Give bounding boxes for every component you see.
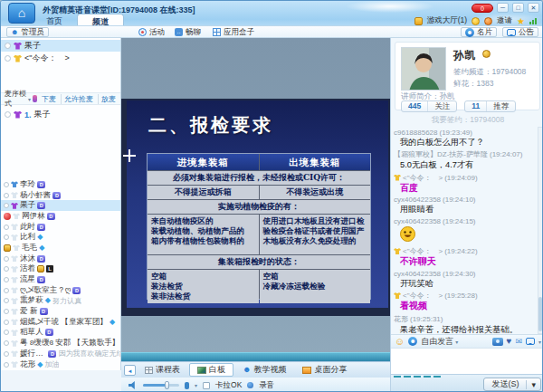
member-row[interactable]: 杨小虾酱D <box>1 190 120 201</box>
maximize-button[interactable]: □ <box>512 3 524 13</box>
member-signature: 加油 <box>44 359 59 369</box>
table-cell: 空箱冷藏冷冻运载检验 <box>260 270 371 303</box>
radio-icon <box>4 298 9 303</box>
appbox-button[interactable]: 应用盒子 <box>213 27 254 37</box>
teacher-avatar[interactable] <box>401 47 446 91</box>
card-button[interactable]: ☻ 名片 <box>461 27 497 37</box>
member-row[interactable]: 爱 新D <box>1 306 120 317</box>
home-icon: ⌂ <box>18 5 25 20</box>
shirt-icon <box>11 350 18 357</box>
member-row[interactable]: 毛毛◆ <box>1 243 120 253</box>
shirt-icon <box>11 234 18 241</box>
mic-mode-bar: 麦序模式 ▾ 下麦 允许抢麦 放麦 <box>1 92 120 105</box>
member-row[interactable]: 比利◆ <box>1 232 120 243</box>
chevron-down-icon[interactable]: ▾ <box>28 96 31 102</box>
shirt-icon <box>13 213 20 219</box>
whiteboard-icon <box>197 367 206 374</box>
camera-icon[interactable] <box>492 338 503 346</box>
chat-message: <"今令： >(19:24:09) 百度 <box>394 170 537 194</box>
member-row[interactable]: ღ乄歌室主？ღD <box>1 285 120 296</box>
chat-message: cyx406422358(19:24:15) <box>394 215 537 244</box>
member-row[interactable]: 沐沐D <box>1 253 120 264</box>
follow-count: 445 <box>402 101 427 111</box>
table-cell: 使用进口木地板且没有进口检验检疫合格证书或者使用国产木地板没有永久免疫处理的 <box>260 215 371 254</box>
member-row[interactable]: 稻草人D <box>1 328 120 339</box>
tab-teaching-video[interactable]: ☻教学视频 <box>235 363 293 377</box>
send-options-caret[interactable]: ▾ <box>526 380 540 389</box>
member-row[interactable]: 此时D <box>1 222 120 233</box>
member-row[interactable]: 烟嫣乄千琥 【皇家军团】◆ <box>1 317 120 328</box>
emotion-icon[interactable] <box>472 17 480 25</box>
channel-toolbar: ☻ 管理员 活动 ‥ 畅聊 应用盒子 ☻ 名片 公告 <box>1 25 543 38</box>
favorite-star-icon[interactable]: ★ <box>517 17 525 25</box>
qq-bubble-icon[interactable] <box>526 338 535 345</box>
microphone-icon[interactable] <box>185 382 189 389</box>
radio-icon <box>4 320 9 325</box>
tab-desktop-share[interactable]: 桌面分享 <box>295 363 354 377</box>
shirt-icon <box>11 203 18 209</box>
flowers-count: 鲜花：1383 <box>453 79 493 90</box>
speak-mode-dropdown[interactable]: 自由发言 ▾ <box>421 336 458 348</box>
desktop-icon <box>302 367 311 374</box>
member-row[interactable]: 媛行深宵D因为我喜欢确定无结果 <box>1 349 120 359</box>
chevron-down-icon[interactable]: ▾ <box>538 339 541 345</box>
mic-mode-label[interactable]: 麦序模式 <box>5 89 26 109</box>
follow-button[interactable]: 445 关注 <box>401 100 457 112</box>
volume-knob[interactable] <box>165 381 169 389</box>
tab-whiteboard[interactable]: 白板 <box>189 363 233 377</box>
resize-handle[interactable] <box>394 376 441 378</box>
send-bar: 发送(S) ▾ <box>391 374 543 392</box>
shirt-icon <box>11 340 18 347</box>
member-row[interactable]: 流星D <box>1 274 120 285</box>
emoticon-picker-icon[interactable]: ☺ <box>395 337 405 347</box>
close-button[interactable]: ✕ <box>528 3 539 13</box>
channel-owner-row[interactable]: 果子 <box>1 40 120 52</box>
member-row[interactable]: 李玲D <box>1 179 120 190</box>
minimize-button[interactable]: ─ <box>497 3 509 13</box>
member-row[interactable]: 粤 ʚ缓缓ɞ 安郡 【天籁歌手】 <box>1 338 120 349</box>
admin-button[interactable]: ☻ 管理员 <box>6 27 49 37</box>
chat-message: 【霜狼軍校】DZ-扶苏-萨華隆(19:24:07) 5.0无白板，4.7才有 <box>394 147 537 170</box>
member-row-selected[interactable]: 果子D <box>1 200 120 211</box>
volume-slider[interactable] <box>143 381 179 389</box>
member-panel: 果子 <"今令： > 麦序模式 ▾ 下麦 允许抢麦 放麦 1. 果子 李玲D 杨… <box>1 38 121 370</box>
member-row[interactable]: 花形◆加油 <box>1 359 120 370</box>
recommend-button[interactable]: 11 推荐 <box>464 100 516 112</box>
redpacket-badge[interactable]: 0 <box>472 4 493 13</box>
collapse-panel-icon[interactable]: ◂ <box>124 365 136 376</box>
radio-icon <box>4 309 9 314</box>
voice-icon[interactable]: ☻ <box>408 337 417 346</box>
member-signature: 因为我喜欢确定无结果 <box>58 349 120 359</box>
mic-down-link[interactable]: 下麦 <box>39 94 59 104</box>
member-row[interactable]: 网伊林D <box>1 211 120 222</box>
speaker-icon[interactable] <box>129 381 138 389</box>
activity-button[interactable]: 活动 <box>138 27 165 37</box>
chat-input[interactable] <box>391 348 543 374</box>
d-badge: D <box>37 181 45 188</box>
scrollbar-thumb[interactable] <box>538 297 542 331</box>
record-icon[interactable] <box>247 382 253 388</box>
chat-scrollbar[interactable] <box>538 127 543 334</box>
notice-button[interactable]: 公告 <box>502 27 538 37</box>
tab-schedule[interactable]: 课程表 <box>138 363 187 377</box>
chat-hall-button[interactable]: ‥ 畅聊 <box>175 27 201 37</box>
member-row[interactable]: 熏梦萩◆努力认真 <box>1 296 120 307</box>
heart-icon[interactable]: ♥ <box>507 337 512 346</box>
member-row[interactable]: 活着L <box>1 264 120 275</box>
channel-user-row[interactable]: <"今令： > <box>1 53 120 64</box>
mic-queue-row[interactable]: 1. 果子 <box>1 109 120 120</box>
mail-icon[interactable]: ✉ <box>515 338 522 346</box>
d-badge: D <box>52 192 61 199</box>
chat-message: c9618885628(19:23:49) 我的白板怎么用不了？ <box>394 127 537 147</box>
slide-title: 二、报检要求 <box>148 113 273 138</box>
chevron-down-icon[interactable]: ▾ <box>195 382 197 388</box>
whiteboard-scrollbar[interactable] <box>121 352 390 361</box>
signed-channel: 签约频道：19794008 <box>453 67 526 78</box>
chat-message: cyx406422358(19:24:30) 开玩笑哈 <box>394 267 537 289</box>
mic-allow-link[interactable]: 允许抢麦 <box>61 94 96 104</box>
mic-icon <box>33 95 37 102</box>
send-button[interactable]: 发送(S) ▾ <box>483 378 541 391</box>
mic-release-link[interactable]: 放麦 <box>98 94 119 104</box>
karaoke-checkbox[interactable] <box>203 382 210 389</box>
user-shirt-icon <box>14 55 22 62</box>
